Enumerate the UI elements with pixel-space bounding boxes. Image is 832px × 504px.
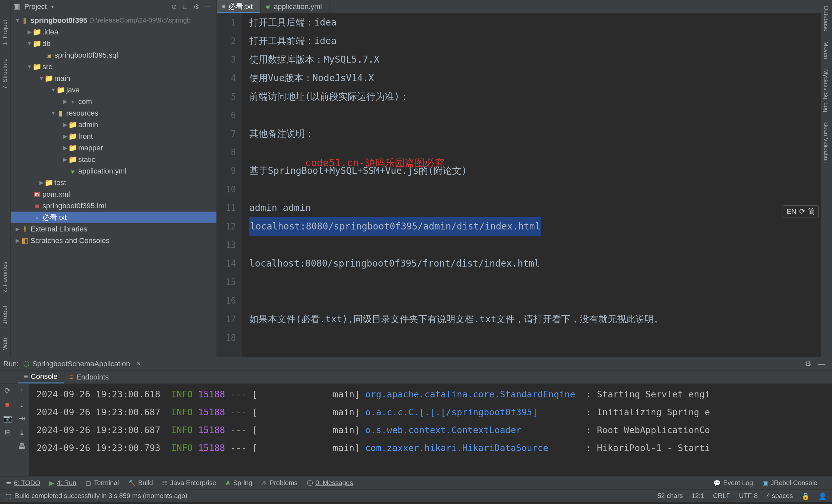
status-encoding[interactable]: UTF-8 <box>739 492 758 500</box>
status-indent[interactable]: 4 spaces <box>766 492 793 500</box>
project-panel-header: ▣ Project ▼ ⊕ ⊟ ⚙ — <box>10 0 216 13</box>
tree-mapper[interactable]: ▶📁mapper <box>10 142 216 153</box>
bottom-problems[interactable]: ⚠Problems <box>262 479 297 487</box>
tree-src[interactable]: ▼📁src <box>10 61 216 73</box>
tree-sql[interactable]: ▣springboot0f395.sql <box>10 49 216 61</box>
line-number-gutter[interactable]: 123456789101112131415161718 <box>217 13 242 357</box>
run-subheader: ≡Console ≡Endpoints <box>0 370 832 384</box>
sidebar-tab-structure[interactable]: 7: Structure <box>0 54 10 94</box>
editor-area: ≡必看.txt ◉application.yml 123456789101112… <box>217 0 821 357</box>
run-gutter-left: ⟳ ■ 📷 ⎘ <box>0 384 15 476</box>
console-tab[interactable]: ≡Console <box>18 370 63 384</box>
status-hammer-icon: ▢ <box>5 492 11 500</box>
editor-tab-appyml[interactable]: ◉application.yml <box>261 0 330 13</box>
sidebar-tab-beanvalid[interactable]: Bean Validation <box>821 118 831 168</box>
status-chars: 52 chars <box>657 492 683 500</box>
tree-db[interactable]: ▼📁db <box>10 38 216 49</box>
project-icon: ▣ <box>13 2 20 11</box>
console-icon: ≡ <box>24 372 28 381</box>
tree-appyml[interactable]: ◉application.yml <box>10 165 216 177</box>
status-lineend[interactable]: CRLF <box>713 492 730 500</box>
sidebar-tab-jrebel[interactable]: JRebel <box>0 301 10 329</box>
sidebar-tab-favorites[interactable]: 2: Favorites <box>0 257 10 297</box>
bottom-messages[interactable]: ⓘ0: Messages <box>307 479 353 487</box>
tree-resources[interactable]: ▼▮resources <box>10 107 216 119</box>
tree-front[interactable]: ▶📁front <box>10 131 216 142</box>
tree-main[interactable]: ▼📁main <box>10 73 216 84</box>
tree-iml[interactable]: ▣springboot0f395.iml <box>10 200 216 212</box>
editor-content[interactable]: 123456789101112131415161718 code51.cn-源码… <box>217 13 821 357</box>
hide-icon[interactable]: — <box>205 3 211 10</box>
ime-lang: EN <box>786 207 797 216</box>
bottom-todo[interactable]: ≔6: TODO <box>5 479 40 487</box>
endpoints-tab[interactable]: ≡Endpoints <box>63 370 115 384</box>
ime-mode: 简 <box>808 207 815 217</box>
status-man-icon[interactable]: 👤 <box>818 492 827 500</box>
status-lock-icon[interactable]: 🔒 <box>802 492 810 500</box>
run-app-name[interactable]: SpringbootSchemaApplication <box>32 360 130 368</box>
ime-indicator[interactable]: EN ⟳ 简 <box>783 205 819 218</box>
expand-icon[interactable]: ⊟ <box>182 3 188 10</box>
rerun-icon[interactable]: ⟳ <box>4 387 10 395</box>
status-build-msg: Build completed successfully in 3 s 859 … <box>15 492 187 500</box>
collapse-all-icon[interactable]: ⊕ <box>172 3 177 10</box>
sidebar-tab-mybatis[interactable]: MyBatis Sql Log <box>821 65 831 116</box>
editor-tabs: ≡必看.txt ◉application.yml <box>217 0 821 13</box>
yml-icon: ◉ <box>266 3 270 9</box>
run-title: Run: <box>3 360 19 368</box>
tree-admin[interactable]: ▶📁admin <box>10 119 216 131</box>
code-body[interactable]: code51.cn-源码乐园盗图必究 打开工具后端：idea打开工具前端：ide… <box>242 13 821 357</box>
bottom-terminal[interactable]: ▢Terminal <box>85 479 119 487</box>
console-output[interactable]: 2024-09-26 19:23:00.618 INFO 15188 --- [… <box>29 384 832 476</box>
down-icon[interactable]: ↓ <box>20 400 24 409</box>
tree-scratches[interactable]: ▶◧Scratches and Consoles <box>10 235 216 246</box>
sidebar-tab-web[interactable]: Web <box>0 333 10 355</box>
run-header: Run: ⬡ SpringbootSchemaApplication ✕ ⚙ — <box>0 357 832 370</box>
project-dropdown-icon[interactable]: ▼ <box>50 4 55 9</box>
tree-extlib[interactable]: ▶⫳External Libraries <box>10 223 216 235</box>
tree-bikan[interactable]: ≡必看.txt <box>10 212 216 223</box>
ime-sym-icon: ⟳ <box>799 207 805 216</box>
project-panel-title: Project <box>24 2 47 11</box>
project-panel: ▣ Project ▼ ⊕ ⊟ ⚙ — ▼▮springboot0f395D:\… <box>10 0 217 357</box>
leaf-icon: ❀ <box>226 479 230 487</box>
sidebar-tab-project[interactable]: 1: Project <box>0 15 10 50</box>
scroll-end-icon[interactable]: ⤓ <box>19 428 25 437</box>
play-icon: ▶ <box>49 479 54 487</box>
bottom-spring[interactable]: ❀Spring <box>226 479 252 487</box>
red-watermark: code51.cn-源码乐园盗图必究 <box>305 153 444 172</box>
tree-test[interactable]: ▶📁test <box>10 177 216 189</box>
run-hide-icon[interactable]: — <box>818 360 825 368</box>
txt-icon: ≡ <box>222 4 225 9</box>
gear-icon[interactable]: ⚙ <box>193 3 199 10</box>
tree-pom[interactable]: mpom.xml <box>10 189 216 200</box>
left-tool-stripe: 1: Project 7: Structure 2: Favorites JRe… <box>0 0 10 357</box>
print-icon[interactable]: 🖶 <box>18 442 26 451</box>
soft-wrap-icon[interactable]: ⇥ <box>19 414 25 423</box>
project-tree: ▼▮springboot0f395D:\releaseComp\24-09\9\… <box>10 13 216 357</box>
run-gutter-right: ↑ ↓ ⇥ ⤓ 🖶 <box>15 384 29 476</box>
tree-com[interactable]: ▶▪com <box>10 96 216 107</box>
dump-icon[interactable]: 📷 <box>3 414 12 423</box>
bottom-run[interactable]: ▶4: Run <box>49 479 76 487</box>
bottom-tool-bar: ≔6: TODO ▶4: Run ▢Terminal 🔨Build ☷Java … <box>0 476 832 489</box>
bottom-eventlog[interactable]: 💬Event Log <box>713 479 753 487</box>
run-panel: Run: ⬡ SpringbootSchemaApplication ✕ ⚙ —… <box>0 357 832 476</box>
stop-icon[interactable]: ■ <box>5 400 9 409</box>
status-position[interactable]: 12:1 <box>692 492 704 500</box>
bottom-jrebel[interactable]: ▣JRebel Console <box>762 479 817 487</box>
exit-icon[interactable]: ⎘ <box>5 428 9 437</box>
run-gear-icon[interactable]: ⚙ <box>805 360 811 368</box>
tree-static[interactable]: ▶📁static <box>10 153 216 165</box>
editor-tab-bikan[interactable]: ≡必看.txt <box>217 0 261 13</box>
bottom-build[interactable]: 🔨Build <box>128 479 153 487</box>
tree-idea[interactable]: ▶📁.idea <box>10 26 216 38</box>
tree-root[interactable]: ▼▮springboot0f395D:\releaseComp\24-09\9\… <box>10 15 216 26</box>
tree-java[interactable]: ▼📁java <box>10 84 216 96</box>
status-bar: ▢ Build completed successfully in 3 s 85… <box>0 489 832 502</box>
sidebar-tab-maven[interactable]: Maven <box>821 37 831 63</box>
up-icon[interactable]: ↑ <box>20 387 24 395</box>
sidebar-tab-database[interactable]: Database <box>821 2 831 35</box>
close-run-config-icon[interactable]: ✕ <box>136 361 141 367</box>
bottom-javaee[interactable]: ☷Java Enterprise <box>162 479 216 487</box>
